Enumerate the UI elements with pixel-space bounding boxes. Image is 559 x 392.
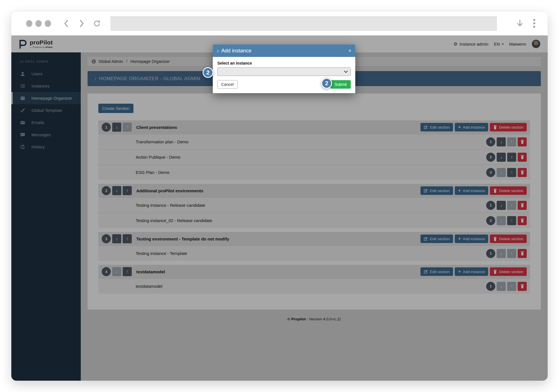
submit-button[interactable]: Submit bbox=[330, 80, 351, 89]
modal-header: › Add instance × bbox=[213, 44, 355, 57]
cancel-button[interactable]: Cancel bbox=[217, 80, 238, 89]
address-bar[interactable] bbox=[110, 16, 497, 31]
close-icon[interactable]: × bbox=[348, 48, 351, 53]
forward-icon[interactable] bbox=[78, 19, 86, 28]
browser-window: proPilot — Powered by dFakto ⚙ Instance … bbox=[11, 11, 548, 381]
add-instance-modal: › Add instance × Select an instance Canc… bbox=[213, 44, 355, 93]
menu-kebab-icon[interactable] bbox=[533, 19, 535, 28]
modal-title: Add instance bbox=[221, 48, 252, 54]
back-icon[interactable] bbox=[62, 19, 70, 28]
window-dot-icon bbox=[45, 20, 51, 27]
download-icon[interactable] bbox=[516, 19, 524, 28]
window-controls bbox=[26, 20, 51, 27]
refresh-icon[interactable] bbox=[93, 19, 101, 28]
window-dot-icon bbox=[35, 20, 42, 27]
select-instance-label: Select an instance bbox=[217, 61, 351, 65]
step-badge: 2 bbox=[321, 78, 332, 89]
window-dot-icon bbox=[26, 20, 32, 27]
chevron-down-icon bbox=[344, 71, 348, 73]
chevron-right-icon: › bbox=[217, 48, 219, 54]
modal-body: Select an instance Cancel Submit bbox=[213, 57, 355, 93]
instance-select[interactable] bbox=[217, 67, 351, 76]
browser-toolbar bbox=[11, 11, 548, 35]
step-badge: 2 bbox=[203, 67, 213, 78]
